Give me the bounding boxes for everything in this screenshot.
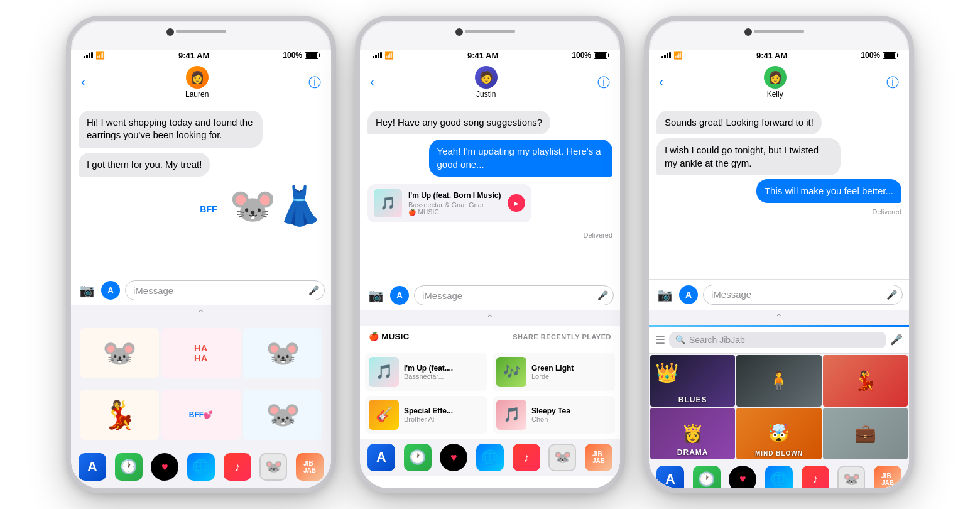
back-button-2[interactable]: ‹ [370,74,374,90]
music-item-1[interactable]: 🎵 I'm Up (feat.... Bassnectar... [365,353,487,391]
nav-bar-2: ‹ 🧑 Justin ⓘ [360,63,620,104]
camera-input-icon-2[interactable]: 📷 [366,286,385,305]
tray-appstore-2[interactable]: A [368,444,395,471]
jibjab-cell-dance[interactable]: 💃 [823,355,908,407]
input-bar-1: 📷 A iMessage 🎤 [71,275,331,305]
tray-appstore-3[interactable]: A [656,466,684,489]
messages-area-1: Hi! I went shopping today and found the … [71,104,331,275]
sticker-3[interactable]: 🐭 [243,328,322,378]
bar1 [662,56,663,58]
wifi-icon: 📶 [95,51,105,60]
collapse-arrow-3[interactable]: ⌃ [649,310,909,325]
nav-center-1[interactable]: 👩 Lauren [185,66,209,99]
music-panel-header: 🍎 MUSIC SHARE RECENTLY PLAYED [360,326,620,348]
sticker-5[interactable]: BFF💕 [161,390,241,440]
nav-center-3[interactable]: 👩 Kelly [764,66,787,99]
tray-globe-3[interactable]: 🌐 [765,466,793,489]
jibjab-cell-blues[interactable]: 👑 BLUES [650,355,735,407]
app-input-icon-1[interactable]: A [101,281,120,300]
tray-jibjab-1[interactable]: JIBJAB [296,453,324,481]
tray-music-2[interactable]: ♪ [513,444,540,471]
mic-icon-1[interactable]: 🎤 [308,285,319,295]
back-button-1[interactable]: ‹ [81,74,85,90]
collapse-arrow-2[interactable]: ⌃ [360,310,620,326]
music-item-4[interactable]: 🎵 Sleepy Tea Chon [493,396,615,434]
music-panel-2: 🍎 MUSIC SHARE RECENTLY PLAYED 🎵 I'm Up (… [360,326,620,488]
sticker-1[interactable]: 🐭 [80,328,159,378]
nav-center-2[interactable]: 🧑 Justin [475,66,498,99]
jibjab-cell-drama[interactable]: 👸 DRAMA [650,408,735,459]
info-button-1[interactable]: ⓘ [308,74,321,91]
tray-jibjab-3[interactable]: JIBJAB [874,466,901,489]
bar3 [89,53,90,58]
back-button-3[interactable]: ‹ [659,74,663,90]
imessage-input-2[interactable]: iMessage 🎤 [414,285,614,305]
app-input-icon-2[interactable]: A [390,286,409,305]
music-item-3[interactable]: 🎸 Special Effe... Brother Ali [365,396,487,434]
bar1 [84,56,85,58]
mic-icon-2[interactable]: 🎤 [597,290,608,300]
bubble-1-2: I got them for you. My treat! [79,153,210,177]
mic-icon-3[interactable]: 🎤 [886,290,897,300]
input-placeholder-3: iMessage [711,289,751,300]
jibjab-label-blues: BLUES [678,395,707,404]
app-input-icon-3[interactable]: A [679,285,698,304]
tray-music-3[interactable]: ♪ [802,466,829,489]
info-button-3[interactable]: ⓘ [886,74,899,91]
search-icon-jibjab: 🔍 [675,335,685,344]
jibjab-cell-office[interactable]: 💼 [823,408,908,459]
phone-1-screen: 📶 9:41 AM 100% ‹ 👩 Lauren ⓘ [71,50,331,488]
msg-2-1: Hey! Have any good song suggestions? [368,111,612,134]
tray-music-1[interactable]: ♪ [224,453,251,481]
sticker-4[interactable]: 💃 [80,390,159,440]
song-title-4: Sleepy Tea [531,407,611,415]
search-placeholder-jibjab: Search JibJab [689,335,880,345]
tray-clock-1[interactable]: 🕐 [115,453,143,481]
tray-clock-3[interactable]: 🕐 [693,466,721,489]
song-artist-4: Chon [531,415,611,423]
tray-appstore-1[interactable]: A [79,453,106,481]
mic-search-icon[interactable]: 🎤 [890,334,903,346]
song-artist-card: Bassnectar & Gnar Gnar [408,201,501,209]
menu-icon-jibjab[interactable]: ☰ [655,333,665,347]
music-grid-2: 🎵 I'm Up (feat.... Bassnectar... 🎶 Green… [360,348,620,439]
tray-globe-1[interactable]: 🌐 [187,453,215,481]
music-thumb-2: 🎶 [496,357,526,387]
info-button-2[interactable]: ⓘ [597,74,610,91]
tray-heart-1[interactable]: ♥ [151,453,178,481]
tray-globe-2[interactable]: 🌐 [476,444,504,471]
tray-heart-2[interactable]: ♥ [440,444,467,471]
imessage-input-1[interactable]: iMessage 🎤 [125,280,325,300]
sticker-6[interactable]: 🐭 [243,390,322,440]
battery-pct-1: 100% [283,51,302,60]
status-time-3: 9:41 AM [756,51,787,60]
tray-jibjab-2[interactable]: JIBJAB [585,444,612,471]
tray-clock-2[interactable]: 🕐 [404,444,432,471]
battery-area-3: 100% [861,51,896,60]
imessage-input-3[interactable]: iMessage 🎤 [703,285,903,305]
battery-icon-3 [883,52,896,59]
status-bar-2: 📶 9:41 AM 100% [360,50,620,63]
camera-input-icon-1[interactable]: 📷 [77,281,96,300]
delivered-2: Delivered [368,231,612,239]
play-button-card[interactable]: ▶ [508,194,525,212]
jibjab-cell-mind[interactable]: 🤯 MIND BLOWN [736,408,821,459]
jibjab-cell-man[interactable]: 🧍 [736,355,821,407]
jibjab-search-bar: ☰ 🔍 Search JibJab 🎤 [649,327,909,354]
collapse-arrow-1[interactable]: ⌃ [71,305,331,320]
music-thumb-3: 🎸 [369,400,399,430]
msg-3-2: I wish I could go tonight, but I twisted… [656,138,901,175]
song-artist-1: Bassnectar... [404,373,484,380]
sticker-2[interactable]: HAHA [161,328,241,378]
jibjab-grid: 👑 BLUES 🧍 💃 👸 DRAMA 🤯 M [649,354,909,461]
tray-heart-3[interactable]: ♥ [729,466,756,489]
music-card-2[interactable]: 🎵 I'm Up (feat. Born I Music) Bassnectar… [368,184,531,222]
tray-mickey-2[interactable]: 🐭 [548,444,576,471]
camera-input-icon-3[interactable]: 📷 [655,285,674,304]
tray-mickey-1[interactable]: 🐭 [259,453,287,481]
music-thumb-card: 🎵 [374,189,402,217]
music-thumb-1: 🎵 [369,357,399,387]
tray-mickey-3[interactable]: 🐭 [837,466,865,489]
search-bar-jibjab[interactable]: 🔍 Search JibJab [669,332,886,348]
music-item-2[interactable]: 🎶 Green Light Lorde [493,353,615,391]
